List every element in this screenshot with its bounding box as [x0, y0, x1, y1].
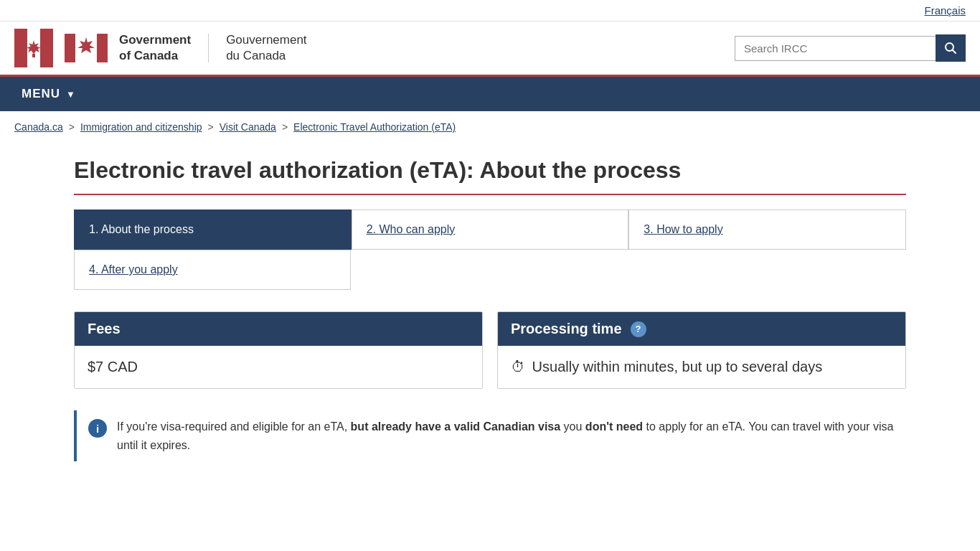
- info-notice: i If you're visa-required and eligible f…: [74, 410, 906, 461]
- fees-body: $7 CAD: [75, 346, 482, 388]
- fees-value: $7 CAD: [88, 359, 138, 375]
- logo-divider: [208, 34, 209, 62]
- steps-row-1: 1. About the process 2. Who can apply 3.…: [74, 209, 906, 250]
- step-2-label: 2. Who can apply: [367, 223, 456, 235]
- search-button[interactable]: [936, 34, 966, 62]
- svg-rect-7: [97, 34, 108, 62]
- svg-rect-4: [32, 54, 35, 57]
- step-2-who[interactable]: 2. Who can apply: [352, 209, 629, 250]
- gov-text: Government of Canada: [119, 32, 191, 64]
- maple-leaf-icon: [14, 29, 53, 67]
- svg-rect-5: [65, 34, 75, 62]
- notice-text-before: If you're visa-required and eligible for…: [117, 420, 351, 433]
- info-notice-text: If you're visa-required and eligible for…: [117, 418, 895, 454]
- menu-button[interactable]: MENU ▼: [14, 77, 83, 111]
- steps-navigation: 1. About the process 2. Who can apply 3.…: [74, 209, 906, 290]
- main-nav: MENU ▼: [0, 77, 980, 111]
- steps-row-2: 4. After you apply: [74, 250, 906, 290]
- page-title: Electronic travel authorization (eTA): A…: [74, 157, 906, 195]
- fees-header: Fees: [75, 312, 482, 346]
- processing-title: Processing time: [511, 321, 622, 337]
- step-3-label: 3. How to apply: [644, 223, 722, 235]
- info-icon: i: [88, 419, 107, 438]
- breadcrumb-visit[interactable]: Visit Canada: [220, 121, 276, 133]
- clock-icon: ⏱: [511, 359, 525, 375]
- step-1-label: 1. About the process: [89, 223, 194, 235]
- breadcrumb-sep-1: >: [69, 121, 75, 133]
- gov-name-en: Government of Canada: [119, 32, 191, 64]
- notice-bold-1: but already have a valid Canadian visa: [351, 420, 561, 433]
- svg-rect-2: [40, 29, 53, 67]
- gov-text-fr: Gouvernement du Canada: [226, 32, 306, 64]
- site-header: Government of Canada Gouvernement du Can…: [0, 22, 980, 77]
- processing-body: ⏱ Usually within minutes, but up to seve…: [498, 346, 905, 388]
- search-input[interactable]: [735, 36, 936, 61]
- chevron-down-icon: ▼: [66, 89, 76, 100]
- menu-label: MENU: [22, 87, 60, 101]
- breadcrumb: Canada.ca > Immigration and citizenship …: [0, 111, 980, 143]
- info-boxes: Fees $7 CAD Processing time ? ⏱ Usually …: [74, 311, 906, 389]
- processing-value: Usually within minutes, but up to severa…: [532, 359, 823, 375]
- breadcrumb-sep-2: >: [208, 121, 214, 133]
- breadcrumb-eta[interactable]: Electronic Travel Authorization (eTA): [293, 121, 456, 133]
- processing-header: Processing time ?: [498, 312, 905, 346]
- canada-flag-icon: [65, 34, 108, 62]
- search-area: [735, 34, 966, 62]
- breadcrumb-immigration[interactable]: Immigration and citizenship: [80, 121, 202, 133]
- main-content: Electronic travel authorization (eTA): A…: [60, 143, 920, 490]
- breadcrumb-canada[interactable]: Canada.ca: [14, 121, 63, 133]
- fees-box: Fees $7 CAD: [74, 311, 483, 389]
- search-icon: [944, 42, 957, 55]
- step-4-after[interactable]: 4. After you apply: [74, 250, 351, 290]
- gov-name-fr: Gouvernement du Canada: [226, 32, 306, 64]
- step-4-label: 4. After you apply: [89, 263, 178, 276]
- processing-info-icon[interactable]: ?: [631, 321, 646, 337]
- breadcrumb-sep-3: >: [282, 121, 288, 133]
- language-toggle[interactable]: Français: [924, 4, 966, 17]
- step-1-about[interactable]: 1. About the process: [74, 209, 352, 250]
- fees-title: Fees: [88, 321, 121, 337]
- notice-text-middle: you: [560, 420, 585, 433]
- processing-box: Processing time ? ⏱ Usually within minut…: [497, 311, 906, 389]
- step-3-how[interactable]: 3. How to apply: [628, 209, 906, 250]
- notice-bold-2: don't need: [585, 420, 643, 433]
- logo-area: Government of Canada Gouvernement du Can…: [14, 29, 307, 67]
- svg-line-10: [953, 50, 956, 54]
- svg-rect-0: [14, 29, 27, 67]
- top-bar: Français: [0, 0, 980, 22]
